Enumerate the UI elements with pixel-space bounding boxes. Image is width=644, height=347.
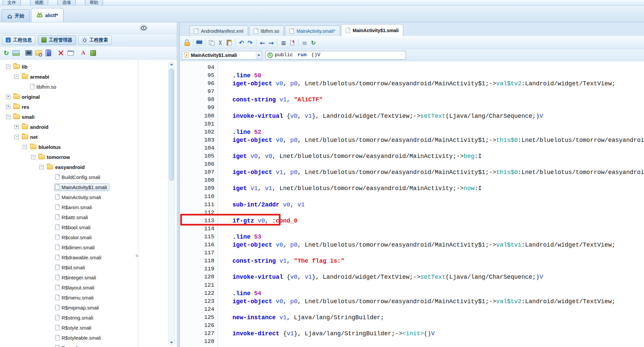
package-icon[interactable]: [89, 49, 97, 57]
tree-item[interactable]: R$attr.smali: [0, 212, 177, 222]
tree-toggle-icon[interactable]: +: [6, 105, 10, 109]
tree-item[interactable]: liblhm.so: [0, 82, 177, 92]
methods-icon[interactable]: [279, 38, 288, 47]
book-icon[interactable]: [44, 49, 52, 57]
file-selector[interactable]: MainActivity$1.smali: [182, 51, 262, 60]
highlight-annotation-box: [180, 214, 281, 226]
line-number: 105: [180, 152, 218, 160]
window-tab[interactable]: alictf*: [31, 8, 64, 22]
code-line: new-instance v1, Ljava/lang/StringBuilde…: [218, 314, 644, 322]
tree-item[interactable]: R$style.smali: [0, 323, 177, 333]
tree-item-inner: MainActivity$1.smali: [54, 183, 109, 191]
tree-item[interactable]: R$integer.smali: [0, 272, 177, 282]
tree-item[interactable]: −lib: [0, 62, 177, 72]
tree-item[interactable]: R$styleable.smali: [0, 333, 177, 343]
screen-icon[interactable]: [24, 49, 33, 57]
tree-item-inner: net: [21, 133, 40, 141]
tree-item[interactable]: R$color.smali: [0, 232, 177, 242]
tree-item-label: R$style.smali: [62, 325, 91, 331]
tree-toggle-icon[interactable]: −: [23, 145, 27, 149]
folder-search-icon[interactable]: [34, 49, 43, 57]
list-icon[interactable]: [300, 38, 309, 47]
font-icon[interactable]: [79, 49, 88, 57]
copy-icon[interactable]: [207, 38, 216, 47]
window-icon[interactable]: [66, 49, 75, 57]
tree-item[interactable]: −smali: [0, 112, 177, 122]
tree-splitter-grip[interactable]: [138, 60, 138, 347]
tree-toggle-icon[interactable]: +: [14, 125, 19, 129]
bookmark-icon[interactable]: [288, 38, 297, 47]
toolbar-separator: [256, 39, 256, 47]
document-tab[interactable]: MainActivity$1.smali: [341, 24, 404, 36]
back-icon[interactable]: [258, 38, 267, 47]
delete-icon[interactable]: [57, 49, 65, 57]
tree-item-inner: BuildConfig.smali: [54, 173, 103, 181]
menu-item[interactable]: 帮助: [85, 0, 103, 6]
panel-splitter[interactable]: [177, 22, 180, 347]
tree-item[interactable]: −armeabi: [0, 72, 177, 82]
lock-icon[interactable]: [183, 38, 191, 47]
tree-item[interactable]: −easyandroid: [0, 162, 177, 172]
code-line: iget-object v1, p0, Lnet/bluelotus/tomor…: [218, 168, 644, 176]
tree-item[interactable]: −bluelotus: [0, 142, 177, 152]
menu-item[interactable]: 视图: [30, 0, 48, 6]
scroll-down-button[interactable]: [169, 339, 175, 345]
document-tab[interactable]: MainActivity.smali*: [285, 25, 340, 36]
tree-toggle-icon[interactable]: −: [14, 135, 19, 139]
forward-icon[interactable]: [267, 38, 276, 47]
tree-item[interactable]: BuildConfig.smali: [0, 172, 177, 182]
cut-icon[interactable]: [216, 38, 225, 47]
code-line: [218, 306, 644, 314]
code-editor[interactable]: 9495969798991001011021031041051061071081…: [180, 61, 644, 347]
save-icon[interactable]: [195, 38, 204, 47]
undo-icon[interactable]: [237, 38, 246, 47]
project-panel: 工程信息工程管理器工程搜索 −lib−armeabiliblhm.so+orig…: [0, 22, 177, 347]
document-tab[interactable]: liblhm.so: [249, 25, 284, 36]
tree-toggle-icon[interactable]: −: [14, 75, 19, 79]
tree-item[interactable]: R$menu.smali: [0, 292, 177, 302]
tree-item[interactable]: MainActivity$1.smali: [0, 182, 177, 192]
tree-toggle-icon[interactable]: −: [6, 115, 10, 119]
tree-item[interactable]: R$anim.smali: [0, 202, 177, 212]
project-tab[interactable]: 工程信息: [2, 35, 35, 45]
tree-toggle-icon[interactable]: +: [6, 95, 10, 99]
menu-item[interactable]: 选项: [58, 0, 76, 6]
window-tab[interactable]: 开始: [2, 9, 30, 22]
dropdown-arrow-icon[interactable]: [256, 52, 261, 59]
tree-toggle-icon[interactable]: −: [39, 165, 44, 169]
scrollbar-thumb[interactable]: [169, 69, 174, 181]
menu-item[interactable]: 文件: [3, 0, 21, 6]
paste-icon[interactable]: [225, 38, 233, 47]
tree-scrollbar[interactable]: [168, 61, 175, 346]
tree-item[interactable]: R$string.smali: [0, 313, 177, 323]
tree-item[interactable]: R$layout.smali: [0, 282, 177, 292]
tree-item-label: net: [30, 134, 38, 140]
tree-item[interactable]: R$dimen.smali: [0, 242, 177, 252]
image-icon[interactable]: [12, 49, 20, 57]
tree-item[interactable]: R$bool.smali: [0, 222, 177, 232]
project-tab[interactable]: 工程管理器: [38, 35, 76, 45]
tree-item[interactable]: +original: [0, 92, 177, 102]
tree-item[interactable]: −tomorrow: [0, 152, 177, 162]
tree-item[interactable]: R.smali: [0, 343, 177, 347]
tree-toggle-icon[interactable]: −: [31, 155, 35, 159]
tree-toggle-icon[interactable]: −: [6, 65, 10, 69]
eye-icon[interactable]: [139, 25, 147, 31]
method-selector[interactable]: public run ()V: [265, 51, 406, 60]
refresh-green-icon[interactable]: [309, 38, 318, 47]
tree-item[interactable]: +android: [0, 122, 177, 132]
tree-item[interactable]: +res: [0, 102, 177, 112]
project-tab[interactable]: 工程搜索: [78, 35, 112, 45]
smali-file-icon: [184, 53, 189, 58]
refresh-icon[interactable]: [2, 49, 11, 57]
code-column: .line 50 iget-object v0, p0, Lnet/bluelo…: [218, 61, 644, 347]
tree-item[interactable]: R$id.smali: [0, 262, 177, 272]
tree-item[interactable]: R$mipmap.smali: [0, 302, 177, 313]
document-tab[interactable]: AndroidManifest.xml: [189, 25, 248, 36]
tree-item[interactable]: R$drawable.smali: [0, 252, 177, 262]
tree-item[interactable]: −net: [0, 132, 177, 142]
scroll-up-button[interactable]: [169, 61, 175, 67]
tree-item-label: R$styleable.smali: [62, 335, 101, 341]
tree-item[interactable]: MainActivity.smali: [0, 192, 177, 202]
redo-icon[interactable]: [246, 38, 254, 47]
